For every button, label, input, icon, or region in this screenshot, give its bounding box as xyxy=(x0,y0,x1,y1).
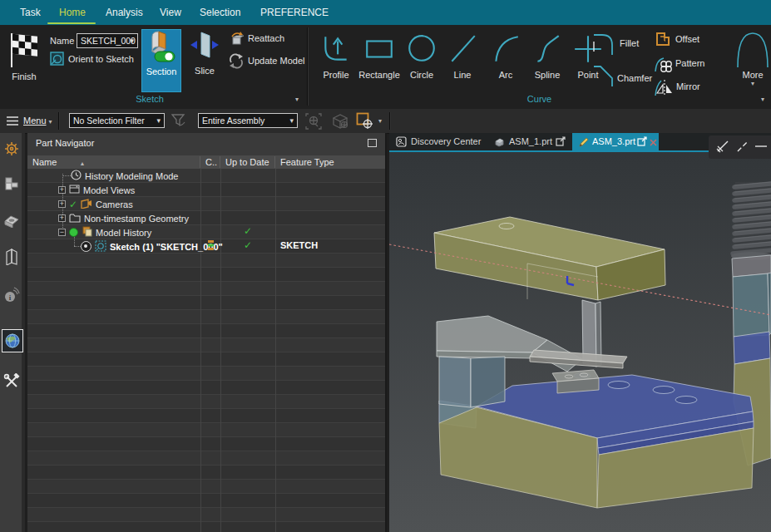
clamp-bracket-part xyxy=(552,370,599,393)
orient-to-sketch-button[interactable]: Orient to Sketch xyxy=(50,52,140,68)
camera-icon xyxy=(81,199,92,210)
fit-view-icon[interactable] xyxy=(304,112,323,132)
more-button[interactable]: More ▾ xyxy=(734,30,771,95)
tab-asm1[interactable]: ASM_1.prt xyxy=(509,136,552,146)
tree-row-non-timestamp-geometry[interactable]: + Non-timestamp Geometry xyxy=(27,211,385,225)
menu-home[interactable]: Home xyxy=(59,0,86,25)
part-navigator-panel: Part Navigator Name ▲ C.. Up to Date Fea… xyxy=(27,133,387,532)
pattern-button[interactable]: Pattern xyxy=(654,55,712,73)
up-to-date-check: ✓ xyxy=(220,239,275,252)
offset-button[interactable]: Offset xyxy=(655,32,710,48)
web-browser-globe-icon[interactable] xyxy=(2,329,23,352)
nx-application-window: Task Home Analysis View Selection PREFER… xyxy=(0,0,771,532)
column-header-comment[interactable]: C.. xyxy=(200,156,220,168)
tree-row-cameras[interactable]: + ✓ Cameras xyxy=(27,197,385,211)
resource-bar: i xyxy=(0,133,25,532)
horizontal-line-icon[interactable] xyxy=(755,139,767,155)
curve-group-chevron-icon[interactable]: ▾ xyxy=(761,96,764,103)
fillet-label: Fillet xyxy=(620,38,639,48)
more-label: More xyxy=(734,70,771,80)
close-icon[interactable] xyxy=(650,138,657,148)
menu-task[interactable]: Task xyxy=(20,0,41,25)
collapse-minus-icon[interactable]: − xyxy=(58,229,66,236)
menu-preference[interactable]: PREFERENCE xyxy=(260,0,329,25)
tools-icon[interactable] xyxy=(2,371,22,392)
circle-button[interactable]: Circle xyxy=(403,30,441,80)
part-navigator-tree: History Modeling Mode + Model Views + ✓ … xyxy=(27,169,385,532)
status-green-dot xyxy=(69,228,78,237)
profile-button[interactable]: Profile xyxy=(316,30,356,80)
open-in-window-icon[interactable] xyxy=(556,136,566,148)
checkmark: ✓ xyxy=(69,199,77,210)
3d-model-canvas[interactable] xyxy=(389,152,771,532)
reattach-label: Reattach xyxy=(248,33,284,43)
part-file-icon xyxy=(494,137,505,149)
offset-icon xyxy=(655,39,671,49)
expand-plus-icon[interactable]: + xyxy=(58,214,66,222)
tree-row-model-history[interactable]: − Model History xyxy=(27,225,385,239)
fillet-icon xyxy=(592,48,615,58)
snap-point-chevron-icon[interactable]: ▾ xyxy=(378,117,382,125)
tab-discovery-center[interactable]: Discovery Center xyxy=(411,136,481,146)
expand-plus-icon[interactable]: + xyxy=(58,200,66,208)
pattern-icon xyxy=(654,65,672,75)
tree-row-history-modeling-mode[interactable]: History Modeling Mode xyxy=(27,169,385,183)
arc-button[interactable]: Arc xyxy=(487,30,525,80)
intersection-point-icon[interactable] xyxy=(715,139,730,155)
constraint-navigator-icon[interactable] xyxy=(2,209,22,231)
update-model-label: Update Model xyxy=(248,56,305,66)
tree-row-model-views[interactable]: + Model Views xyxy=(27,183,385,197)
expand-plus-icon[interactable]: + xyxy=(58,186,66,194)
sketch-name-combobox[interactable]: ▾ SKETCH_000 xyxy=(77,33,138,48)
menu-dropdown[interactable]: Menu ▾ xyxy=(23,116,52,126)
sketch-group-chevron-icon[interactable]: ▾ xyxy=(295,96,299,103)
slice-icon xyxy=(189,56,220,66)
reattach-button[interactable]: Reattach xyxy=(230,31,306,47)
information-icon[interactable]: i xyxy=(2,284,22,306)
circle-icon xyxy=(406,60,437,70)
sketch-icon xyxy=(95,240,106,254)
up-to-date-check: ✓ xyxy=(220,225,275,238)
spline-button[interactable]: Spline xyxy=(527,30,567,80)
column-header-feature-type[interactable]: Feature Type xyxy=(275,156,384,168)
section-button[interactable]: Section xyxy=(141,29,181,92)
snap-point-toggle-icon[interactable] xyxy=(356,112,374,132)
model-views-icon xyxy=(69,184,80,196)
selection-filter-reset-icon[interactable] xyxy=(171,114,188,130)
menu-analysis[interactable]: Analysis xyxy=(106,0,143,25)
settings-gear-icon[interactable] xyxy=(2,138,22,160)
visibility-eye-icon[interactable] xyxy=(81,241,91,252)
sketch-group-label: Sketch xyxy=(0,94,299,104)
slice-button[interactable]: Slice xyxy=(186,29,223,92)
tab-asm3-active[interactable]: ASM_3.prt xyxy=(572,133,659,151)
assembly-navigator-icon[interactable] xyxy=(2,173,22,195)
finish-button[interactable]: Finish xyxy=(3,32,45,90)
restore-window-icon[interactable] xyxy=(368,139,377,147)
hamburger-menu-icon[interactable] xyxy=(7,116,18,127)
menu-view[interactable]: View xyxy=(160,0,181,25)
update-model-button[interactable]: Update Model xyxy=(228,52,311,71)
mirror-label: Mirror xyxy=(676,81,700,91)
menu-selection[interactable]: Selection xyxy=(200,0,240,25)
rectangle-button[interactable]: Rectangle xyxy=(358,30,401,80)
curve-group-label: Curve xyxy=(308,94,771,104)
more-chevron-icon: ▾ xyxy=(734,80,771,87)
history-books-icon[interactable] xyxy=(2,246,22,268)
finish-flag-icon xyxy=(7,60,41,70)
selection-scope-combobox[interactable]: ▾ Entire Assembly xyxy=(198,113,298,128)
part-navigator-header: Name ▲ C.. Up to Date Feature Type xyxy=(27,155,385,170)
name-label: Name xyxy=(50,36,74,46)
column-header-up-to-date[interactable]: Up to Date xyxy=(220,156,275,168)
chamfer-label: Chamfer xyxy=(617,73,652,83)
line-button[interactable]: Line xyxy=(443,30,482,80)
fillet-button[interactable]: Fillet xyxy=(592,32,650,57)
open-in-window-icon[interactable] xyxy=(637,136,647,148)
slice-label: Slice xyxy=(186,66,223,76)
arc-icon xyxy=(490,60,521,70)
chamfer-button[interactable]: Chamfer xyxy=(592,63,655,88)
column-header-name[interactable]: Name ▲ xyxy=(27,156,200,168)
selection-filter-combobox[interactable]: ▾ No Selection Filter xyxy=(69,113,165,128)
wireframe-box-icon[interactable] xyxy=(330,113,350,131)
point-on-curve-icon[interactable] xyxy=(735,139,750,155)
feature-type-value: SKETCH xyxy=(280,239,380,252)
